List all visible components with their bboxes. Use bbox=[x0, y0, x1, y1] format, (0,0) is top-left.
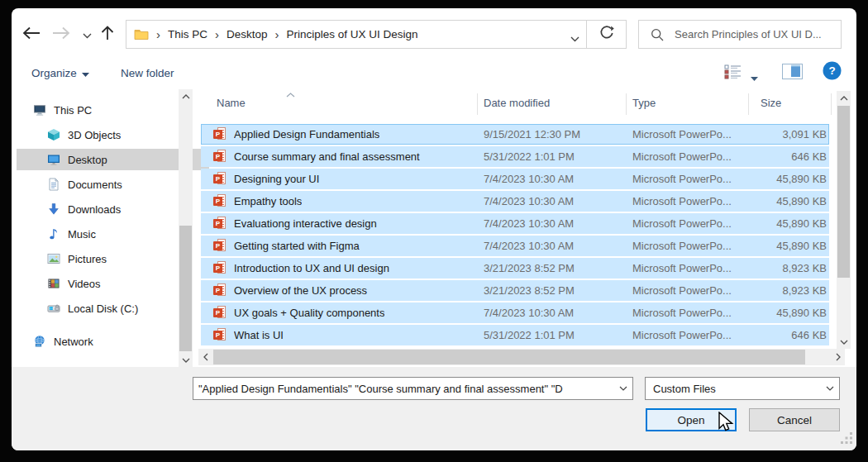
network-icon bbox=[33, 335, 46, 348]
column-header-size[interactable]: Size bbox=[761, 92, 781, 115]
svg-text:?: ? bbox=[828, 64, 835, 77]
file-date-modified: 3/21/2023 8:52 PM bbox=[484, 258, 575, 279]
powerpoint-file-icon: P bbox=[213, 150, 227, 164]
file-name-dropdown-chevron[interactable] bbox=[614, 378, 632, 399]
file-row-getting-started-with-figma[interactable]: P Getting started with Figma 7/4/2023 10… bbox=[201, 236, 829, 256]
file-date-modified: 5/31/2022 1:01 PM bbox=[484, 146, 575, 167]
column-header-date-modified[interactable]: Date modified bbox=[484, 92, 550, 115]
monitor-icon bbox=[47, 153, 60, 166]
mouse-cursor bbox=[718, 412, 736, 436]
help-button[interactable]: ? bbox=[823, 61, 842, 83]
column-divider[interactable] bbox=[477, 93, 478, 115]
music-icon bbox=[47, 227, 60, 241]
file-name: Empathy tools bbox=[234, 191, 302, 212]
organize-button[interactable]: Organize bbox=[31, 63, 89, 83]
caret-down-icon bbox=[82, 67, 89, 79]
file-size: 45,890 KB bbox=[697, 302, 827, 323]
back-button[interactable] bbox=[21, 26, 41, 44]
file-size: 8,923 KB bbox=[697, 258, 827, 279]
powerpoint-file-icon: P bbox=[213, 306, 227, 320]
breadcrumb-dropdown-chevron[interactable] bbox=[570, 31, 579, 45]
file-name-input[interactable]: "Applied Design Fundamentials" "Course s… bbox=[193, 377, 633, 400]
organize-label: Organize bbox=[31, 67, 77, 79]
breadcrumb-item-principles-of-ux-ui-design[interactable]: Principles of UX UI Design bbox=[287, 28, 418, 40]
column-header-type[interactable]: Type bbox=[632, 92, 656, 115]
dialog-footer: File name: "Applied Design Fundamentials… bbox=[12, 367, 856, 450]
cancel-button[interactable]: Cancel bbox=[749, 408, 840, 431]
file-size: 45,890 KB bbox=[697, 236, 827, 256]
breadcrumb-separator-icon: › bbox=[275, 28, 279, 40]
file-list-scrollbar-horizontal[interactable] bbox=[198, 349, 845, 365]
breadcrumb-item-this-pc[interactable]: This PC bbox=[168, 28, 207, 40]
new-folder-button[interactable]: New folder bbox=[121, 63, 174, 83]
scroll-up-icon[interactable] bbox=[837, 91, 851, 105]
file-size: 45,890 KB bbox=[697, 213, 827, 234]
file-row-overview-of-the-ux-process[interactable]: P Overview of the UX process 3/21/2023 8… bbox=[201, 280, 829, 301]
file-row-designing-your-ui[interactable]: P Designing your UI 7/4/2023 10:30 AM Mi… bbox=[201, 169, 829, 189]
recent-locations-button[interactable] bbox=[80, 30, 93, 40]
picture-icon bbox=[47, 252, 60, 265]
powerpoint-file-icon: P bbox=[213, 194, 227, 208]
file-row-applied-design-fundamentials[interactable]: P Applied Design Fundamentials 9/15/2021… bbox=[201, 124, 829, 145]
file-name-value: "Applied Design Fundamentials" "Course s… bbox=[193, 383, 614, 395]
resize-grip[interactable] bbox=[840, 431, 853, 448]
scroll-right-icon[interactable] bbox=[831, 350, 845, 364]
change-view-caret[interactable] bbox=[751, 69, 758, 84]
caret-down-icon bbox=[751, 69, 758, 84]
column-header-name[interactable]: Name bbox=[217, 92, 246, 115]
up-button[interactable] bbox=[98, 26, 117, 44]
column-divider[interactable] bbox=[748, 93, 749, 115]
file-date-modified: 3/21/2023 8:52 PM bbox=[484, 280, 575, 301]
open-file-dialog: › This PC › Desktop › Principles of UX U… bbox=[12, 8, 856, 450]
file-size: 45,890 KB bbox=[697, 191, 827, 212]
file-type-dropdown-chevron[interactable] bbox=[821, 378, 839, 399]
search-icon bbox=[651, 28, 664, 41]
file-list-scrollbar-thumb[interactable] bbox=[837, 106, 850, 278]
file-row-what-is-ui[interactable]: P What is UI 5/31/2022 1:01 PM Microsoft… bbox=[201, 325, 829, 345]
chevron-down-icon bbox=[83, 27, 92, 42]
search-placeholder: Search Principles of UX UI D... bbox=[675, 28, 822, 40]
column-divider[interactable] bbox=[626, 93, 627, 115]
scroll-down-icon[interactable] bbox=[179, 353, 193, 367]
open-button-label: Open bbox=[677, 414, 704, 426]
file-list-scrollbar-h-thumb[interactable] bbox=[213, 350, 805, 364]
file-row-evaluationg-interactive-design[interactable]: P Evaluationg interactive design 7/4/202… bbox=[201, 213, 829, 234]
breadcrumb-item-desktop[interactable]: Desktop bbox=[227, 28, 268, 40]
forward-button[interactable] bbox=[51, 26, 71, 44]
search-input[interactable]: Search Principles of UX UI D... bbox=[638, 20, 842, 49]
file-date-modified: 9/15/2021 12:30 PM bbox=[484, 124, 580, 145]
scroll-down-icon[interactable] bbox=[837, 335, 851, 349]
sidebar-item-network[interactable]: Network bbox=[17, 331, 195, 352]
forward-arrow-icon bbox=[52, 26, 70, 43]
powerpoint-file-icon: P bbox=[213, 127, 227, 141]
refresh-button[interactable] bbox=[586, 20, 627, 49]
scroll-up-icon[interactable] bbox=[179, 89, 193, 103]
disk-icon bbox=[47, 302, 60, 315]
file-type-select[interactable]: Custom Files bbox=[645, 377, 840, 400]
change-view-button[interactable] bbox=[724, 64, 742, 83]
file-row-course-summary-and-final-assessment[interactable]: P Course summary and final assessment 5/… bbox=[201, 146, 829, 167]
column-divider[interactable] bbox=[831, 93, 832, 115]
file-size: 45,890 KB bbox=[697, 169, 827, 189]
sidebar-scrollbar-thumb[interactable] bbox=[179, 226, 192, 351]
sort-ascending-icon bbox=[286, 86, 295, 101]
refresh-icon bbox=[599, 26, 614, 44]
file-row-empathy-tools[interactable]: P Empathy tools 7/4/2023 10:30 AM Micros… bbox=[201, 191, 829, 212]
help-icon: ? bbox=[823, 61, 842, 83]
sidebar-scrollbar[interactable] bbox=[179, 89, 193, 367]
file-row-introduction-to-ux-and-ui-design[interactable]: P Introduction to UX and UI design 3/21/… bbox=[201, 258, 829, 279]
powerpoint-file-icon: P bbox=[213, 328, 227, 342]
file-date-modified: 7/4/2023 10:30 AM bbox=[484, 191, 574, 212]
preview-pane-icon bbox=[782, 64, 803, 83]
preview-pane-button[interactable] bbox=[782, 64, 803, 83]
file-size: 3,091 KB bbox=[697, 124, 827, 145]
file-date-modified: 7/4/2023 10:30 AM bbox=[484, 302, 574, 323]
breadcrumb[interactable]: › This PC › Desktop › Principles of UX U… bbox=[126, 20, 587, 49]
scroll-left-icon[interactable] bbox=[198, 350, 212, 364]
sidebar-item-this-pc[interactable]: This PC bbox=[17, 99, 195, 121]
powerpoint-file-icon: P bbox=[213, 239, 227, 253]
file-name: Overview of the UX process bbox=[234, 280, 367, 301]
file-list-scrollbar-vertical[interactable] bbox=[837, 91, 851, 349]
powerpoint-file-icon: P bbox=[213, 172, 227, 186]
file-row-ux-goals-quality-components[interactable]: P UX goals + Quality components 7/4/2023… bbox=[201, 302, 829, 323]
